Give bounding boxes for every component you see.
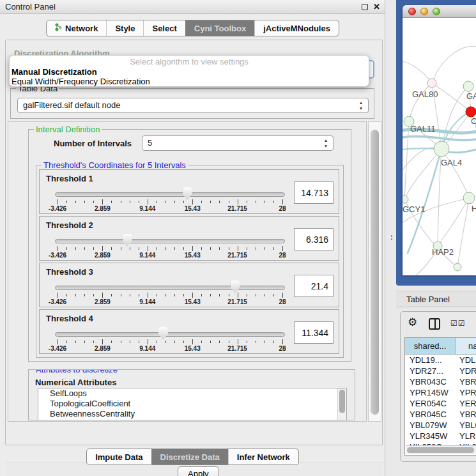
tick-mark xyxy=(157,201,157,203)
network-window-titlebar xyxy=(403,5,476,18)
tick-mark xyxy=(139,201,139,203)
tab-discretize-data[interactable]: Discretize Data xyxy=(151,449,228,464)
panel-divider-grip[interactable] xyxy=(390,234,394,242)
tick-mark xyxy=(265,341,265,343)
table-row[interactable]: YPR145WYPR1... xyxy=(405,387,476,398)
tick-mark xyxy=(282,293,283,298)
stepper-icon[interactable]: ▲▼ xyxy=(323,137,329,150)
table-header: shared... na xyxy=(405,338,476,355)
table-row[interactable]: YBR045CYBR0... xyxy=(405,409,476,420)
scrollbar-thumb[interactable] xyxy=(339,390,345,413)
tick-mark xyxy=(210,201,211,203)
float-window-icon[interactable] xyxy=(362,4,368,10)
threshold-value-field[interactable] xyxy=(294,228,334,250)
tick-mark xyxy=(148,199,148,204)
cell-name: YDL1... xyxy=(456,355,476,365)
tick-mark xyxy=(192,246,193,251)
slider-track[interactable] xyxy=(55,286,285,290)
list-item-topologicalcoefficient[interactable]: TopologicalCoefficient xyxy=(38,399,346,409)
network-canvas[interactable]: GAL80GACGAL11GAL4GCY1HHAP2 xyxy=(403,18,476,275)
menu-item-manual-discretization[interactable]: Manual Discretization xyxy=(10,67,369,77)
threshold-panel-threshold-1: Threshold 1-3.4262.8599.14415.4321.71528 xyxy=(39,169,339,214)
tick-mark xyxy=(183,341,184,343)
attributes-group-label: Attributes to discretize xyxy=(34,369,119,374)
node-table: shared... na YDL19...YDL1...YDR27...YDR2… xyxy=(404,337,476,456)
slider-track[interactable] xyxy=(55,239,285,243)
network-edge xyxy=(408,149,441,253)
tick-label: 21.715 xyxy=(220,252,256,259)
algorithm-dropdown-popup: Select algorithm to view settings Manual… xyxy=(9,55,369,87)
table-row[interactable]: YBL079WYBL0... xyxy=(405,420,476,431)
tick-mark xyxy=(157,247,157,250)
settings-scrollbar[interactable] xyxy=(368,121,381,422)
network-node-partial-bottom[interactable] xyxy=(454,263,461,271)
column-layout-icon[interactable] xyxy=(429,318,440,330)
network-window-frame: GAL80GACGAL11GAL4GCY1HHAP2 xyxy=(396,0,476,286)
stepper-icon[interactable]: ▲▼ xyxy=(358,100,364,112)
tick-mark xyxy=(139,247,139,250)
threshold-value-field[interactable] xyxy=(294,275,334,297)
tab-jactivemnodules[interactable]: jActiveMNodules xyxy=(254,20,339,36)
table-row[interactable]: YBR043CYBR0... xyxy=(405,376,476,387)
tab-style[interactable]: Style xyxy=(106,20,143,36)
network-node-gal4[interactable] xyxy=(434,141,449,157)
tick-mark xyxy=(157,341,157,343)
scrollbar-thumb[interactable] xyxy=(407,447,474,453)
threshold-value-field[interactable] xyxy=(294,321,334,344)
network-node-h[interactable] xyxy=(463,192,475,204)
close-button[interactable] xyxy=(408,8,416,15)
cell-shared-name: YBR045C xyxy=(405,409,456,420)
scrollbar-thumb[interactable] xyxy=(371,130,379,415)
slider-track[interactable] xyxy=(55,192,285,197)
list-item-betweennesscentrality[interactable]: BetweennessCentrality xyxy=(38,409,346,419)
table-row[interactable]: YLR345WYLR3... xyxy=(405,431,476,441)
slider-track[interactable] xyxy=(55,332,285,337)
table-row[interactable]: YDR27...YDR2... xyxy=(405,365,476,376)
table-panel-toolbar: ⚙ ☑☑ xyxy=(401,312,476,337)
checkbox-icons[interactable]: ☑☑ xyxy=(450,319,466,328)
tab-label: Infer Network xyxy=(237,452,290,462)
tick-mark xyxy=(84,201,85,203)
slider-thumb[interactable] xyxy=(231,280,240,293)
node-label: GAL4 xyxy=(441,158,462,167)
slider-thumb[interactable] xyxy=(123,234,132,247)
gear-icon[interactable]: ⚙ xyxy=(408,317,417,328)
cell-name: YLR3... xyxy=(456,431,476,441)
tab-network[interactable]: Network xyxy=(47,20,106,36)
number-of-intervals-combobox[interactable]: 5 ▲▼ xyxy=(142,135,334,151)
list-item-selfloops[interactable]: SelfLoops xyxy=(38,388,346,399)
minimize-button[interactable] xyxy=(420,8,428,15)
tick-mark xyxy=(247,341,247,343)
table-row[interactable]: YDL19...YDL1... xyxy=(405,355,476,365)
node-label: GAL80 xyxy=(412,89,438,99)
tab-infer-network[interactable]: Infer Network xyxy=(228,449,298,464)
network-node-gcy1[interactable] xyxy=(403,196,408,203)
attributes-list-scrollbar[interactable] xyxy=(337,388,346,420)
network-node-gal80[interactable] xyxy=(427,79,436,88)
column-header-shared-name[interactable]: shared... xyxy=(405,338,456,354)
apply-button[interactable]: Apply xyxy=(178,466,219,476)
table-row[interactable]: YER054CYER0... xyxy=(405,398,476,409)
tick-mark xyxy=(247,294,247,296)
column-header-name[interactable]: na xyxy=(456,338,476,354)
close-icon[interactable]: ✕ xyxy=(373,0,380,14)
tab-cyni-toolbox[interactable]: Cyni Toolbox xyxy=(185,20,254,36)
table-horizontal-scrollbar[interactable] xyxy=(406,445,476,454)
tab-impute-data[interactable]: Impute Data xyxy=(87,449,151,464)
threshold-value-field[interactable] xyxy=(294,181,334,204)
slider-thumb[interactable] xyxy=(158,327,168,340)
slider-thumb[interactable] xyxy=(183,187,192,200)
zoom-button[interactable] xyxy=(433,8,440,15)
tick-mark xyxy=(93,294,94,296)
menu-item-equal-width-frequency-discretization[interactable]: Equal Width/Frequency Discretization xyxy=(10,77,369,86)
network-node-ga[interactable] xyxy=(463,81,473,91)
cell-name: YPR1... xyxy=(456,387,476,398)
tick-mark xyxy=(229,341,229,343)
tick-mark xyxy=(219,247,220,250)
table-data-combobox[interactable]: galFiltered.sif default node ▲▼ xyxy=(17,98,369,113)
number-of-intervals-label: Number of Intervals xyxy=(54,139,132,148)
threshold-list: Threshold 1-3.4262.8599.14415.4321.71528… xyxy=(39,169,339,356)
network-node-selected-red[interactable] xyxy=(466,107,476,117)
tab-select[interactable]: Select xyxy=(143,20,185,36)
tick-mark xyxy=(148,246,148,251)
